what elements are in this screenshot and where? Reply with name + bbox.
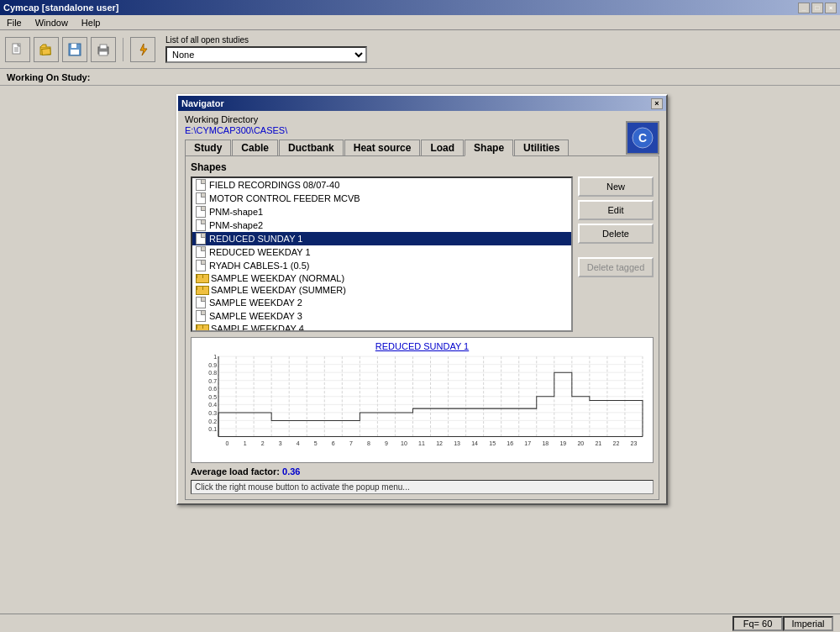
delete-shape-button[interactable]: Delete [578,224,654,244]
list-item[interactable]: SAMPLE WEEKDAY 2 [192,296,571,309]
menu-file[interactable]: File [3,18,25,28]
working-bar: Working On Study: [0,69,840,86]
svg-text:0.8: 0.8 [208,370,217,377]
list-item-label: FIELD RECORDINGS 08/07-40 [209,180,339,190]
svg-text:0.7: 0.7 [208,378,217,385]
file-icon [196,219,206,231]
list-item[interactable]: SAMPLE WEEKDAY 3 [192,309,571,323]
shapes-list[interactable]: FIELD RECORDINGS 08/07-40MOTOR CONTROL F… [191,176,573,332]
avg-load-label: Average load factor: [191,466,280,477]
list-item[interactable]: PNM-shape1 [192,205,571,219]
action-buttons: New Edit Delete Delete tagged [578,176,654,332]
status-bar: Fq= 60 Imperial [0,614,840,632]
toolbar: List of all open studies None [0,30,840,69]
study-dropdown-area: List of all open studies None [165,35,367,63]
list-item-label: PNM-shape2 [209,220,263,230]
new-study-button[interactable] [5,37,30,62]
file-icon [196,310,206,322]
file-icon [196,297,206,308]
open-button[interactable] [34,37,59,62]
maximize-button[interactable]: □ [811,3,823,13]
tab-cable[interactable]: Cable [232,140,278,156]
list-item-label: RYADH CABLES-1 (0.5) [209,261,309,271]
svg-text:14: 14 [471,440,478,447]
list-item-label: SAMPLE WEEKDAY 4 [211,324,304,332]
list-item[interactable]: SAMPLE WEEKDAY (SUMMER) [192,284,571,296]
chart-container: REDUCED SUNDAY 1 10.90.80.70.60.50.40.30… [191,337,654,463]
svg-text:20: 20 [577,440,584,447]
avg-load-value: 0.36 [282,466,300,477]
avg-load: Average load factor: 0.36 [191,466,654,477]
svg-text:6: 6 [332,440,335,447]
svg-text:0.2: 0.2 [208,418,217,424]
file-icon [196,179,206,191]
minimize-button[interactable]: _ [798,3,810,13]
list-item-label: SAMPLE WEEKDAY (NORMAL) [211,273,344,283]
main-area: Navigator × Working Directory E:\CYMCAP3… [0,86,840,614]
unit-panel: Imperial [783,616,833,631]
working-bar-label: Working On Study: [7,72,90,82]
list-item[interactable]: RYADH CABLES-1 (0.5) [192,259,571,272]
svg-text:3: 3 [279,440,282,447]
svg-text:18: 18 [542,440,549,447]
svg-text:2: 2 [261,440,265,447]
svg-text:22: 22 [613,440,620,447]
new-shape-button[interactable]: New [578,176,654,197]
svg-text:9: 9 [385,440,388,447]
menu-help[interactable]: Help [78,18,104,28]
save-button[interactable] [62,37,87,62]
svg-text:0.1: 0.1 [208,426,217,433]
folder-icon [196,286,207,295]
dialog-close-button[interactable]: × [651,98,663,109]
shapes-title: Shapes [191,161,654,173]
list-item[interactable]: REDUCED SUNDAY 1 [192,232,571,245]
list-item[interactable]: REDUCED WEEKDAY 1 [192,245,571,259]
list-item[interactable]: SAMPLE WEEKDAY 4 [192,323,571,332]
svg-text:5: 5 [314,440,318,447]
svg-text:1: 1 [244,440,247,447]
status-msg: Click the right mouse button to activate… [191,480,654,494]
dialog-body: Working Directory E:\CYMCAP300\CASES\ C … [178,111,666,503]
file-icon [196,260,206,271]
file-icon [196,233,206,245]
list-item[interactable]: MOTOR CONTROL FEEDER MCVB [192,192,571,205]
edit-shape-button[interactable]: Edit [578,200,654,220]
dialog-title-bar: Navigator × [178,96,666,111]
tabs-row: Study Cable Ductbank Heat source Load Sh… [185,139,659,155]
menu-window[interactable]: Window [32,18,71,28]
chart-svg: 10.90.80.70.60.50.40.30.20.1012345678910… [195,353,649,452]
study-dropdown[interactable]: None [165,46,367,63]
tab-utilities[interactable]: Utilities [514,140,569,156]
close-button[interactable]: × [825,3,837,13]
print-button[interactable] [91,37,116,62]
tab-shape[interactable]: Shape [465,140,513,156]
file-icon [196,246,206,258]
tab-study[interactable]: Study [185,140,231,156]
list-item[interactable]: SAMPLE WEEKDAY (NORMAL) [192,272,571,284]
svg-text:10: 10 [401,440,407,447]
svg-text:0.9: 0.9 [208,362,217,369]
list-item[interactable]: PNM-shape2 [192,219,571,232]
svg-text:21: 21 [595,440,601,447]
tab-ductbank[interactable]: Ductbank [279,140,344,156]
study-dropdown-label: List of all open studies [165,35,367,45]
tab-load[interactable]: Load [421,140,464,156]
flash-button[interactable] [130,37,155,62]
svg-text:0.6: 0.6 [208,386,217,392]
svg-rect-11 [100,45,107,49]
dialog-logo: C [626,121,659,155]
title-bar-controls[interactable]: _ □ × [798,3,837,13]
delete-tagged-button[interactable]: Delete tagged [578,257,654,277]
toolbar-separator-1 [123,38,123,61]
chart-inner: 10.90.80.70.60.50.40.30.20.1012345678910… [195,353,649,452]
svg-text:0.3: 0.3 [208,410,217,417]
fq-panel: Fq= 60 [732,616,783,631]
tab-heat-source[interactable]: Heat source [344,140,421,156]
title-bar: Cymcap [standalone user] _ □ × [0,0,840,15]
list-item[interactable]: FIELD RECORDINGS 08/07-40 [192,178,571,192]
svg-text:C: C [638,131,647,145]
svg-text:15: 15 [489,440,496,447]
svg-text:19: 19 [559,440,566,447]
svg-text:23: 23 [631,440,638,447]
shapes-layout: FIELD RECORDINGS 08/07-40MOTOR CONTROL F… [191,176,654,332]
